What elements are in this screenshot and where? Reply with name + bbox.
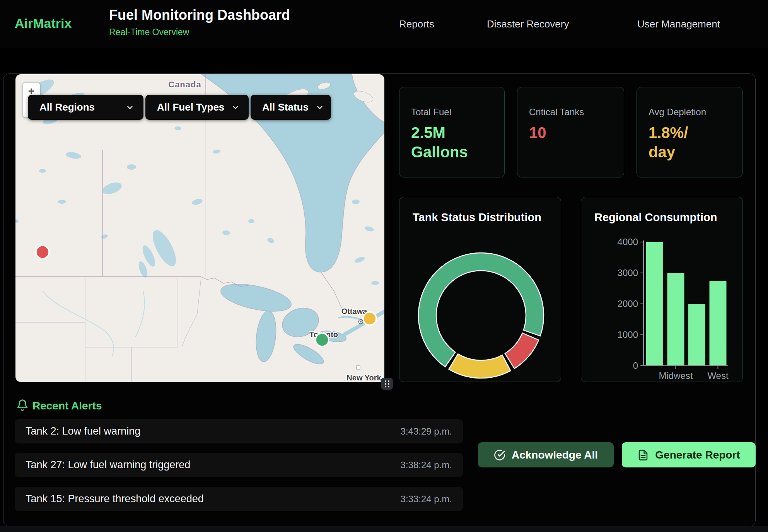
alert-timestamp: 3:43:29 p.m. <box>401 426 452 437</box>
tick-label: West <box>707 370 729 381</box>
nav-item-disaster-recovery[interactable]: Disaster Recovery <box>487 18 569 30</box>
bottom-strip <box>0 526 768 532</box>
alert-row: Tank 27: Low fuel warning triggered 3:38… <box>15 453 463 477</box>
bar-Midwest <box>667 273 684 366</box>
stat-card-total-fuel: Total Fuel 2.5M Gallons <box>399 87 505 177</box>
tank-marker-critical[interactable] <box>36 246 49 259</box>
alert-timestamp: 3:33:24 p.m. <box>401 494 452 505</box>
alert-row: Tank 2: Low fuel warning 3:43:29 p.m. <box>15 419 463 443</box>
svg-text:Canada: Canada <box>168 80 201 89</box>
app-logo: AirMatrix <box>15 16 72 31</box>
header-bar: AirMatrix Fuel Monitoring Dashboard Real… <box>0 0 768 48</box>
acknowledge-all-button[interactable]: Acknowledge All <box>478 442 614 467</box>
region-filter-select[interactable]: All Regions <box>28 95 143 120</box>
tick-label: Midwest <box>659 370 693 381</box>
tank-status-donut-chart <box>399 197 561 382</box>
page-title: Fuel Monitoring Dashboard <box>109 7 290 23</box>
stat-card-critical-tanks: Critical Tanks 10 <box>517 87 624 177</box>
fuel-monitoring-dashboard: AirMatrix Fuel Monitoring Dashboard Real… <box>0 0 768 532</box>
alert-timestamp: 3:38:24 p.m. <box>401 460 452 471</box>
regional-consumption-bar-chart: 01000200030004000MidwestWest <box>581 197 743 382</box>
chevron-down-icon <box>126 103 134 112</box>
alert-message: Tank 2: Low fuel warning <box>26 425 140 437</box>
nav-item-reports[interactable]: Reports <box>399 18 434 30</box>
tank-status-distribution-card: Tank Status Distribution <box>399 197 561 382</box>
tank-marker-warning[interactable] <box>363 312 376 325</box>
grip-dots-icon <box>383 380 391 388</box>
check-circle-icon <box>494 449 505 461</box>
tick-label: 4000 <box>618 237 638 247</box>
alert-row: Tank 15: Pressure threshold exceeded 3:3… <box>15 487 463 511</box>
alert-message: Tank 15: Pressure threshold exceeded <box>26 493 204 505</box>
generate-report-label: Generate Report <box>655 449 740 461</box>
tick-label: 0 <box>633 360 638 371</box>
bar-col0 <box>646 242 663 366</box>
bell-icon <box>16 399 29 411</box>
stat-label: Total Fuel <box>411 107 504 118</box>
nav-item-user-management[interactable]: User Management <box>637 18 720 30</box>
tick-label: 2000 <box>618 298 638 309</box>
tank-marker-normal[interactable] <box>316 333 329 346</box>
region-filter-value: All Regions <box>39 101 95 113</box>
chevron-down-icon <box>231 103 240 112</box>
donut-segment-red <box>505 333 539 368</box>
acknowledge-all-label: Acknowledge All <box>512 449 598 461</box>
new-york-town-icon <box>357 366 360 369</box>
page-subtitle: Real-Time Overview <box>109 27 189 38</box>
donut-segment-yellow <box>449 354 511 378</box>
stat-label: Avg Depletion <box>649 107 742 118</box>
stat-label: Critical Tanks <box>529 107 624 118</box>
status-filter-value: All Status <box>262 101 309 113</box>
stat-card-avg-depletion: Avg Depletion 1.8%/day <box>637 87 743 177</box>
tick-label: 1000 <box>618 329 638 340</box>
tick-label: 3000 <box>618 268 638 278</box>
file-text-icon <box>637 449 649 461</box>
regional-consumption-card: Regional Consumption 01000200030004000Mi… <box>581 197 743 382</box>
tank-map[interactable]: CanadaOttawaTorontoNew York <box>15 74 384 382</box>
recent-alerts-heading: Recent Alerts <box>32 400 102 412</box>
alert-message: Tank 27: Low fuel warning triggered <box>26 459 190 471</box>
generate-report-button[interactable]: Generate Report <box>622 442 756 467</box>
fuel-type-filter-select[interactable]: All Fuel Types <box>145 95 249 120</box>
stat-value: 2.5M Gallons <box>411 123 490 162</box>
stat-value: 1.8%/day <box>649 123 695 162</box>
map-canvas: CanadaOttawaTorontoNew York <box>15 74 384 382</box>
chevron-down-icon <box>316 103 324 112</box>
status-filter-select[interactable]: All Status <box>251 95 331 120</box>
bar-col2 <box>688 304 705 366</box>
bar-West <box>710 281 727 366</box>
map-resize-handle[interactable] <box>381 378 393 390</box>
svg-text:Ottawa: Ottawa <box>341 307 368 315</box>
svg-text:New York: New York <box>346 373 381 382</box>
stat-value: 10 <box>529 123 608 142</box>
fuel-type-filter-value: All Fuel Types <box>157 101 224 113</box>
